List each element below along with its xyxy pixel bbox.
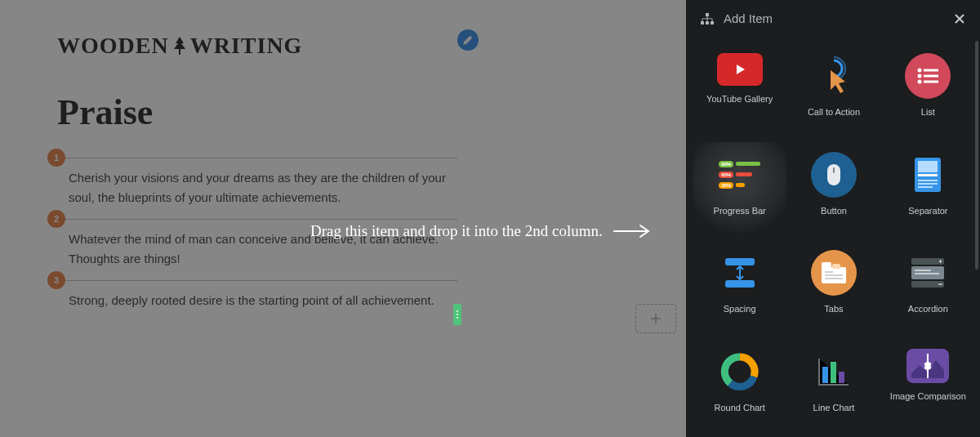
logo-word-left: WOODEN [57,33,169,59]
close-icon [954,13,965,25]
item-label: Round Chart [714,403,764,412]
accordion-icon [905,250,951,296]
item-label: Image Comparison [890,391,966,401]
item-call-to-action[interactable]: Call to Action [786,43,880,142]
svg-rect-33 [831,362,836,383]
svg-rect-3 [710,21,714,25]
column-drag-handle[interactable] [453,304,461,325]
item-label: List [921,107,935,117]
item-label: Spacing [724,304,756,314]
item-number: 2 [47,210,65,228]
plus-icon [650,313,662,324]
item-round-chart[interactable]: Round Chart [693,339,786,438]
item-separator[interactable]: Separator [881,142,975,241]
site-logo: WOODEN WRITING [57,33,302,59]
svg-rect-28 [915,270,931,271]
donut-chart-icon [717,349,763,395]
mouse-icon [811,152,857,198]
svg-rect-22 [832,264,840,269]
sitemap-icon [701,13,714,25]
tap-icon [811,53,857,99]
svg-rect-10 [827,164,840,185]
item-tabs[interactable]: Tabs [786,240,880,339]
svg-rect-7 [924,75,938,78]
quote-text: Cherish your visions and your dreams as … [57,168,457,207]
panel-header: Add Item [686,0,980,37]
svg-rect-2 [706,21,709,25]
item-label: Separator [908,206,947,216]
image-compare-icon [906,349,949,383]
item-accordion[interactable]: Accordion [881,240,975,339]
svg-rect-13 [918,161,938,172]
tabs-icon [811,250,857,296]
item-number: 1 [47,149,65,167]
arrow-right-icon [612,223,652,239]
svg-rect-16 [918,183,938,185]
logo-word-right: WRITING [190,33,303,59]
item-progress-bar[interactable]: 90% 60% 30% Progress Bar [693,142,786,241]
svg-rect-34 [839,372,844,383]
svg-point-4 [918,69,922,73]
item-button[interactable]: Button [786,142,880,241]
svg-point-8 [918,80,922,84]
tree-icon [172,37,187,55]
item-line-chart[interactable]: Line Chart [786,339,880,438]
svg-rect-25 [825,278,843,279]
progress-bar-icon: 90% 60% 30% [717,152,763,198]
item-label: Button [821,206,847,216]
separator-icon [905,152,951,198]
item-label: Line Chart [813,403,855,412]
tooltip-text: Drag this item and drop it into the 2nd … [310,222,603,240]
svg-point-6 [918,74,922,78]
svg-rect-11 [833,167,835,173]
svg-rect-24 [825,274,843,276]
spacing-icon [717,250,763,296]
item-label: Accordion [908,304,948,314]
svg-rect-17 [918,186,933,188]
svg-rect-14 [918,174,938,176]
item-image-comparison[interactable]: Image Comparison [881,339,975,438]
svg-rect-5 [924,69,938,72]
youtube-icon [717,53,763,86]
svg-rect-29 [915,273,939,274]
svg-rect-32 [822,367,828,383]
bar-chart-icon [811,349,857,395]
item-grid: YouTube Gallery Call to Action List 90% … [686,37,980,437]
item-list[interactable]: List [881,43,975,142]
svg-rect-18 [725,258,755,265]
svg-rect-21 [822,262,831,269]
svg-rect-19 [725,280,755,288]
item-label: Call to Action [808,107,860,117]
item-label: YouTube Gallery [706,94,773,104]
svg-rect-9 [924,81,938,83]
list-item: 1 Cherish your visions and your dreams a… [57,158,457,219]
item-label: Progress Bar [714,206,766,216]
close-button[interactable] [954,13,965,25]
panel-scrollbar[interactable] [975,41,978,270]
panel-title: Add Item [724,11,773,25]
list-icon [905,53,951,99]
add-item-panel: Add Item YouTube Gallery Call to Action … [686,0,980,437]
item-number: 3 [47,271,65,289]
item-youtube-gallery[interactable]: YouTube Gallery [693,43,786,142]
drop-zone-add[interactable] [635,304,676,333]
svg-rect-1 [701,21,704,25]
svg-rect-23 [825,271,833,273]
svg-rect-15 [918,180,938,181]
item-spacing[interactable]: Spacing [693,240,786,339]
edit-button[interactable] [457,29,479,51]
pencil-icon [463,35,473,45]
instruction-tooltip: Drag this item and drop it into the 2nd … [310,222,652,240]
item-label: Tabs [824,304,843,314]
list-item: 3 Strong, deeply rooted desire is the st… [57,280,457,322]
svg-rect-0 [706,13,709,16]
quote-text: Strong, deeply rooted desire is the star… [57,291,434,310]
